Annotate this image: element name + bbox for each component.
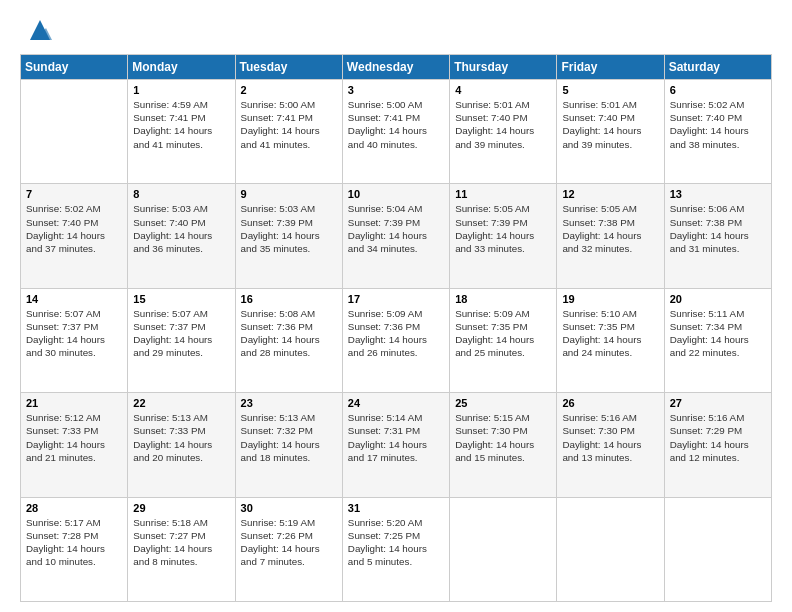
day-number: 3 (348, 84, 444, 96)
calendar-cell: 27Sunrise: 5:16 AM Sunset: 7:29 PM Dayli… (664, 393, 771, 497)
calendar-week-row: 28Sunrise: 5:17 AM Sunset: 7:28 PM Dayli… (21, 497, 772, 601)
day-info: Sunrise: 5:19 AM Sunset: 7:26 PM Dayligh… (241, 516, 337, 569)
day-number: 2 (241, 84, 337, 96)
day-number: 20 (670, 293, 766, 305)
day-info: Sunrise: 5:03 AM Sunset: 7:39 PM Dayligh… (241, 202, 337, 255)
calendar-cell: 31Sunrise: 5:20 AM Sunset: 7:25 PM Dayli… (342, 497, 449, 601)
day-number: 24 (348, 397, 444, 409)
day-number: 27 (670, 397, 766, 409)
calendar-cell: 28Sunrise: 5:17 AM Sunset: 7:28 PM Dayli… (21, 497, 128, 601)
day-number: 4 (455, 84, 551, 96)
day-info: Sunrise: 5:16 AM Sunset: 7:29 PM Dayligh… (670, 411, 766, 464)
calendar-cell (21, 80, 128, 184)
day-number: 31 (348, 502, 444, 514)
day-number: 1 (133, 84, 229, 96)
weekday-header: Saturday (664, 55, 771, 80)
logo (20, 16, 54, 44)
day-info: Sunrise: 5:13 AM Sunset: 7:32 PM Dayligh… (241, 411, 337, 464)
day-info: Sunrise: 5:13 AM Sunset: 7:33 PM Dayligh… (133, 411, 229, 464)
day-number: 28 (26, 502, 122, 514)
header (20, 16, 772, 44)
day-number: 17 (348, 293, 444, 305)
day-info: Sunrise: 5:15 AM Sunset: 7:30 PM Dayligh… (455, 411, 551, 464)
day-number: 29 (133, 502, 229, 514)
day-number: 10 (348, 188, 444, 200)
weekday-header: Friday (557, 55, 664, 80)
calendar-cell: 7Sunrise: 5:02 AM Sunset: 7:40 PM Daylig… (21, 184, 128, 288)
day-info: Sunrise: 5:02 AM Sunset: 7:40 PM Dayligh… (670, 98, 766, 151)
day-number: 23 (241, 397, 337, 409)
calendar-week-row: 21Sunrise: 5:12 AM Sunset: 7:33 PM Dayli… (21, 393, 772, 497)
day-info: Sunrise: 5:02 AM Sunset: 7:40 PM Dayligh… (26, 202, 122, 255)
day-info: Sunrise: 5:07 AM Sunset: 7:37 PM Dayligh… (26, 307, 122, 360)
calendar-cell: 26Sunrise: 5:16 AM Sunset: 7:30 PM Dayli… (557, 393, 664, 497)
day-number: 16 (241, 293, 337, 305)
day-info: Sunrise: 5:00 AM Sunset: 7:41 PM Dayligh… (241, 98, 337, 151)
day-info: Sunrise: 5:09 AM Sunset: 7:36 PM Dayligh… (348, 307, 444, 360)
day-number: 8 (133, 188, 229, 200)
calendar-cell: 23Sunrise: 5:13 AM Sunset: 7:32 PM Dayli… (235, 393, 342, 497)
calendar-cell: 10Sunrise: 5:04 AM Sunset: 7:39 PM Dayli… (342, 184, 449, 288)
day-info: Sunrise: 5:07 AM Sunset: 7:37 PM Dayligh… (133, 307, 229, 360)
calendar-cell: 15Sunrise: 5:07 AM Sunset: 7:37 PM Dayli… (128, 288, 235, 392)
calendar-cell: 19Sunrise: 5:10 AM Sunset: 7:35 PM Dayli… (557, 288, 664, 392)
day-number: 13 (670, 188, 766, 200)
day-info: Sunrise: 5:18 AM Sunset: 7:27 PM Dayligh… (133, 516, 229, 569)
day-number: 18 (455, 293, 551, 305)
day-info: Sunrise: 5:05 AM Sunset: 7:38 PM Dayligh… (562, 202, 658, 255)
weekday-header: Wednesday (342, 55, 449, 80)
calendar-header-row: SundayMondayTuesdayWednesdayThursdayFrid… (21, 55, 772, 80)
day-number: 14 (26, 293, 122, 305)
calendar-cell: 6Sunrise: 5:02 AM Sunset: 7:40 PM Daylig… (664, 80, 771, 184)
day-info: Sunrise: 5:08 AM Sunset: 7:36 PM Dayligh… (241, 307, 337, 360)
day-number: 5 (562, 84, 658, 96)
calendar-cell: 1Sunrise: 4:59 AM Sunset: 7:41 PM Daylig… (128, 80, 235, 184)
weekday-header: Monday (128, 55, 235, 80)
day-number: 15 (133, 293, 229, 305)
calendar-cell (450, 497, 557, 601)
day-info: Sunrise: 5:14 AM Sunset: 7:31 PM Dayligh… (348, 411, 444, 464)
day-number: 11 (455, 188, 551, 200)
calendar-cell: 14Sunrise: 5:07 AM Sunset: 7:37 PM Dayli… (21, 288, 128, 392)
calendar-cell: 25Sunrise: 5:15 AM Sunset: 7:30 PM Dayli… (450, 393, 557, 497)
day-info: Sunrise: 5:03 AM Sunset: 7:40 PM Dayligh… (133, 202, 229, 255)
day-number: 19 (562, 293, 658, 305)
calendar-cell: 18Sunrise: 5:09 AM Sunset: 7:35 PM Dayli… (450, 288, 557, 392)
calendar-cell: 17Sunrise: 5:09 AM Sunset: 7:36 PM Dayli… (342, 288, 449, 392)
day-number: 12 (562, 188, 658, 200)
calendar-cell: 16Sunrise: 5:08 AM Sunset: 7:36 PM Dayli… (235, 288, 342, 392)
day-info: Sunrise: 5:04 AM Sunset: 7:39 PM Dayligh… (348, 202, 444, 255)
weekday-header: Tuesday (235, 55, 342, 80)
day-info: Sunrise: 5:01 AM Sunset: 7:40 PM Dayligh… (455, 98, 551, 151)
calendar-cell: 12Sunrise: 5:05 AM Sunset: 7:38 PM Dayli… (557, 184, 664, 288)
calendar-cell: 2Sunrise: 5:00 AM Sunset: 7:41 PM Daylig… (235, 80, 342, 184)
calendar-cell: 13Sunrise: 5:06 AM Sunset: 7:38 PM Dayli… (664, 184, 771, 288)
calendar-cell: 8Sunrise: 5:03 AM Sunset: 7:40 PM Daylig… (128, 184, 235, 288)
day-info: Sunrise: 5:11 AM Sunset: 7:34 PM Dayligh… (670, 307, 766, 360)
day-number: 21 (26, 397, 122, 409)
calendar-cell: 20Sunrise: 5:11 AM Sunset: 7:34 PM Dayli… (664, 288, 771, 392)
day-number: 30 (241, 502, 337, 514)
day-info: Sunrise: 5:10 AM Sunset: 7:35 PM Dayligh… (562, 307, 658, 360)
day-info: Sunrise: 5:06 AM Sunset: 7:38 PM Dayligh… (670, 202, 766, 255)
day-info: Sunrise: 5:20 AM Sunset: 7:25 PM Dayligh… (348, 516, 444, 569)
calendar-cell: 30Sunrise: 5:19 AM Sunset: 7:26 PM Dayli… (235, 497, 342, 601)
day-info: Sunrise: 5:09 AM Sunset: 7:35 PM Dayligh… (455, 307, 551, 360)
day-number: 9 (241, 188, 337, 200)
day-info: Sunrise: 5:00 AM Sunset: 7:41 PM Dayligh… (348, 98, 444, 151)
day-info: Sunrise: 5:16 AM Sunset: 7:30 PM Dayligh… (562, 411, 658, 464)
day-number: 22 (133, 397, 229, 409)
logo-icon (26, 16, 54, 44)
calendar-table: SundayMondayTuesdayWednesdayThursdayFrid… (20, 54, 772, 602)
weekday-header: Sunday (21, 55, 128, 80)
day-number: 25 (455, 397, 551, 409)
calendar-cell: 3Sunrise: 5:00 AM Sunset: 7:41 PM Daylig… (342, 80, 449, 184)
day-number: 26 (562, 397, 658, 409)
day-number: 7 (26, 188, 122, 200)
calendar-cell: 22Sunrise: 5:13 AM Sunset: 7:33 PM Dayli… (128, 393, 235, 497)
calendar-cell: 5Sunrise: 5:01 AM Sunset: 7:40 PM Daylig… (557, 80, 664, 184)
day-info: Sunrise: 5:17 AM Sunset: 7:28 PM Dayligh… (26, 516, 122, 569)
calendar-week-row: 1Sunrise: 4:59 AM Sunset: 7:41 PM Daylig… (21, 80, 772, 184)
calendar-cell: 29Sunrise: 5:18 AM Sunset: 7:27 PM Dayli… (128, 497, 235, 601)
calendar-week-row: 14Sunrise: 5:07 AM Sunset: 7:37 PM Dayli… (21, 288, 772, 392)
